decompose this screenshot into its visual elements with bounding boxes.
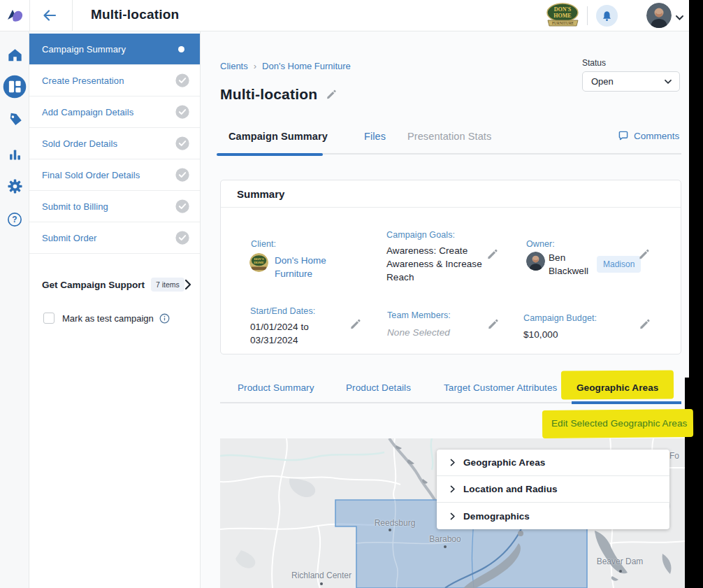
status-label: Status (582, 58, 680, 68)
screenshot-black-edge-top (689, 0, 703, 378)
map-label-reedsburg: Reedsburg (375, 518, 416, 528)
accordion-demographics[interactable]: Demographics (437, 503, 669, 529)
sidebar-item-create-presentation[interactable]: Create Presentation (29, 65, 200, 96)
topbar-divider-3 (587, 6, 588, 25)
client-logo-topbar[interactable]: DON'S HOME FURNITURE (546, 3, 580, 29)
client-logo-avatar: DON'S HOME (249, 253, 268, 272)
budget-label: Campaign Budget: (523, 313, 597, 323)
team-members-label: Team Members: (387, 310, 451, 320)
svg-text:FURNITURE: FURNITURE (552, 21, 574, 25)
svg-text:?: ? (12, 215, 17, 224)
map-dot-beaver-dam (619, 570, 622, 573)
info-icon[interactable] (159, 313, 170, 324)
client-name-link[interactable]: Don's Home Furniture (275, 254, 345, 280)
tab-presentation-stats[interactable]: Presentation Stats (407, 131, 491, 142)
settings-gear-icon[interactable] (0, 171, 29, 201)
notifications-button[interactable] (596, 5, 618, 27)
user-avatar[interactable] (646, 3, 672, 28)
get-campaign-support[interactable]: Get Campaign Support 7 items (29, 267, 201, 302)
tab-files[interactable]: Files (364, 131, 386, 142)
edit-goals-pencil-icon[interactable] (486, 248, 498, 260)
brand-logo[interactable] (6, 7, 24, 27)
step-check-icon (175, 199, 190, 214)
comments-button[interactable]: Comments (618, 130, 679, 141)
test-campaign-row: Mark as test campaign (29, 304, 201, 332)
edit-budget-pencil-icon[interactable] (639, 318, 651, 330)
user-menu-chevron-icon[interactable] (675, 11, 684, 24)
active-subtab-underline (572, 401, 681, 404)
map-dot-richland-center (320, 582, 323, 585)
svg-text:DON'S: DON'S (554, 6, 572, 13)
test-campaign-checkbox[interactable] (43, 313, 55, 324)
nav-rail: ? (0, 31, 29, 588)
bar-chart-icon[interactable] (0, 139, 29, 168)
chevron-right-icon (449, 485, 456, 494)
step-check-icon (175, 104, 190, 120)
accordion-geographic-areas[interactable]: Geographic Areas (437, 450, 669, 476)
map[interactable]: Reedsburg Baraboo Richland Center Beaver… (220, 438, 685, 588)
chevron-right-icon (449, 512, 456, 521)
campaign-steps-sidebar: Campaign Summary Create Presentation Add… (29, 31, 201, 588)
owner-location-badge: Madison (597, 256, 641, 273)
step-check-icon (175, 167, 190, 182)
items-count-badge: 7 items (151, 278, 184, 292)
map-dot-reedsburg (389, 529, 391, 531)
bell-icon (601, 10, 613, 22)
breadcrumb-client-name[interactable]: Don's Home Furniture (262, 61, 351, 71)
chevron-right-icon (449, 458, 456, 467)
sidebar-item-add-campaign-details[interactable]: Add Campaign Details (29, 96, 200, 128)
dashboard-icon[interactable] (0, 72, 29, 101)
back-button[interactable] (41, 6, 60, 26)
home-icon[interactable] (0, 41, 29, 70)
help-icon[interactable]: ? (0, 205, 29, 234)
active-tab-underline (217, 153, 323, 156)
edit-team-pencil-icon[interactable] (487, 318, 499, 330)
campaign-goals-label: Campaign Goals: (386, 230, 455, 240)
map-dot-baraboo (444, 545, 447, 548)
edit-geographic-areas-button[interactable]: Edit Selected Geographic Areas (551, 418, 687, 429)
sidebar-item-submit-order[interactable]: Submit Order (29, 222, 200, 254)
step-check-icon (175, 73, 190, 88)
sidebar-item-campaign-summary[interactable]: Campaign Summary (29, 34, 200, 65)
owner-label: Owner: (526, 239, 555, 249)
chevron-right-icon (184, 279, 191, 290)
campaign-goals-value: Awareness: Create Awareness & Increase R… (386, 244, 498, 284)
map-label-baraboo: Baraboo (429, 534, 461, 544)
edit-title-pencil-icon[interactable] (326, 89, 337, 100)
subtab-target-customer-attributes[interactable]: Target Customer Attributes (444, 382, 557, 393)
tag-icon[interactable] (0, 106, 29, 135)
map-accordion-panel: Geographic Areas Location and Radius Dem… (437, 450, 669, 529)
owner-avatar (526, 252, 545, 271)
subtab-product-details[interactable]: Product Details (346, 382, 411, 393)
edit-owner-pencil-icon[interactable] (638, 248, 650, 260)
summary-card-title: Summary (237, 188, 284, 200)
page-title: Multi-location (220, 86, 317, 103)
main-content: Clients › Don's Home Furniture Multi-loc… (201, 31, 689, 588)
sidebar-item-final-sold-order-details[interactable]: Final Sold Order Details (29, 159, 200, 191)
tabs: Campaign Summary Files Presentation Stat… (220, 128, 681, 155)
step-check-icon (175, 230, 190, 245)
svg-text:HOME: HOME (254, 261, 264, 264)
sidebar-item-submit-to-billing[interactable]: Submit to Billing (29, 191, 200, 222)
budget-value: $10,000 (523, 328, 558, 341)
app-window: Multi-location DON'S HOME FURNITURE (0, 0, 703, 588)
owner-name: Ben Blackwell (549, 251, 593, 278)
edit-dates-pencil-icon[interactable] (349, 318, 361, 330)
sidebar-item-sold-order-details[interactable]: Sold Order Details (29, 128, 200, 159)
summary-card: Summary Client: DON'S HOME Don's Home Fu… (220, 180, 681, 354)
accordion-location-and-radius[interactable]: Location and Radius (437, 476, 669, 503)
dates-value: 01/01/2024 to 03/31/2024 (250, 320, 338, 347)
topbar-divider-2 (72, 0, 73, 31)
subtab-geographic-areas[interactable]: Geographic Areas (577, 382, 658, 393)
tab-campaign-summary[interactable]: Campaign Summary (229, 131, 328, 142)
topbar: Multi-location DON'S HOME FURNITURE (0, 0, 689, 31)
breadcrumb-separator: › (254, 61, 256, 71)
window-title: Multi-location (91, 7, 179, 22)
dates-label: Start/End Dates: (250, 306, 315, 316)
status-select[interactable]: Open (582, 71, 680, 92)
client-label: Client: (251, 239, 276, 249)
comment-bubble-icon (618, 130, 629, 141)
subtab-product-summary[interactable]: Product Summary (238, 382, 314, 393)
breadcrumb-clients[interactable]: Clients (220, 61, 248, 71)
map-label-richland-center: Richland Center (291, 571, 352, 580)
